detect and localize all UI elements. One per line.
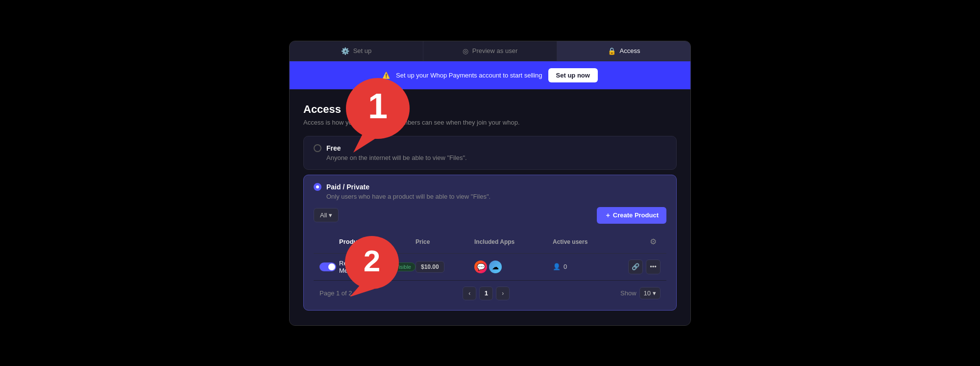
- setup-now-button[interactable]: Set up now: [548, 68, 598, 82]
- app-icon-chat: 💬: [474, 261, 487, 273]
- banner-text: Set up your Whop Payments account to sta…: [396, 72, 542, 79]
- show-select[interactable]: 10 ▾: [639, 287, 661, 299]
- current-page-number: 1: [479, 287, 493, 300]
- show-value: 10: [644, 289, 651, 297]
- tab-preview[interactable]: ◎ Preview as user: [423, 41, 557, 61]
- price-cell: $10.00: [416, 261, 474, 273]
- price-badge: $10.00: [416, 261, 444, 273]
- show-chevron-icon: ▾: [653, 289, 656, 297]
- top-navigation: ⚙️ Set up ◎ Preview as user 🔒 Access: [290, 41, 690, 61]
- table-settings-button[interactable]: ⚙: [646, 235, 661, 249]
- free-radio[interactable]: [314, 144, 321, 152]
- active-users-count: 0: [564, 263, 567, 270]
- show-control: Show 10 ▾: [620, 287, 661, 299]
- tab-preview-label: Preview as user: [472, 47, 517, 54]
- tab-access[interactable]: 🔒 Access: [557, 41, 690, 61]
- paid-option-header: Paid / Private: [314, 183, 666, 191]
- svg-marker-1: [353, 133, 380, 153]
- more-actions-button[interactable]: •••: [646, 260, 661, 274]
- free-option-title: Free: [326, 144, 341, 152]
- col-price: Price: [416, 238, 474, 245]
- app-window: ⚙️ Set up ◎ Preview as user 🔒 Access ⚠️ …: [289, 41, 691, 326]
- row-toggle[interactable]: [319, 262, 339, 271]
- paid-option-desc: Only users who have a product will be ab…: [326, 193, 666, 200]
- lock-icon: 🔒: [608, 47, 616, 55]
- app-icon-files: ☁: [489, 261, 502, 273]
- product-toggle[interactable]: [319, 262, 336, 271]
- products-toolbar: All ▾ ＋ Create Product: [314, 207, 666, 224]
- app-icons-cell: 💬 ☁: [474, 261, 553, 273]
- tab-access-label: Access: [620, 47, 640, 54]
- users-icon: 👤: [553, 263, 561, 270]
- tab-setup[interactable]: ⚙️ Set up: [290, 41, 423, 61]
- col-active-users: Active users: [553, 238, 621, 245]
- col-included-apps: Included Apps: [474, 238, 553, 245]
- paid-radio[interactable]: [314, 183, 321, 191]
- annotation-1: 1: [343, 77, 412, 157]
- page-controls: ‹ 1 ›: [463, 287, 510, 300]
- svg-text:1: 1: [368, 86, 388, 126]
- copy-link-button[interactable]: 🔗: [628, 260, 643, 274]
- tab-setup-label: Set up: [353, 47, 372, 54]
- create-product-button[interactable]: ＋ Create Product: [597, 207, 666, 224]
- annotation-2: 2: [343, 234, 401, 300]
- filter-button[interactable]: All ▾: [314, 208, 339, 222]
- preview-icon: ◎: [463, 47, 468, 55]
- chevron-down-icon: ▾: [329, 211, 332, 219]
- paid-option-title: Paid / Private: [326, 183, 369, 191]
- setup-icon: ⚙️: [341, 47, 349, 55]
- next-page-button[interactable]: ›: [496, 287, 510, 300]
- show-label: Show: [620, 289, 637, 297]
- filter-label: All: [320, 211, 327, 219]
- prev-page-button[interactable]: ‹: [463, 287, 476, 300]
- active-users-cell: 👤 0: [553, 263, 621, 270]
- row-actions: 🔗 •••: [621, 260, 661, 274]
- svg-text:2: 2: [364, 244, 380, 278]
